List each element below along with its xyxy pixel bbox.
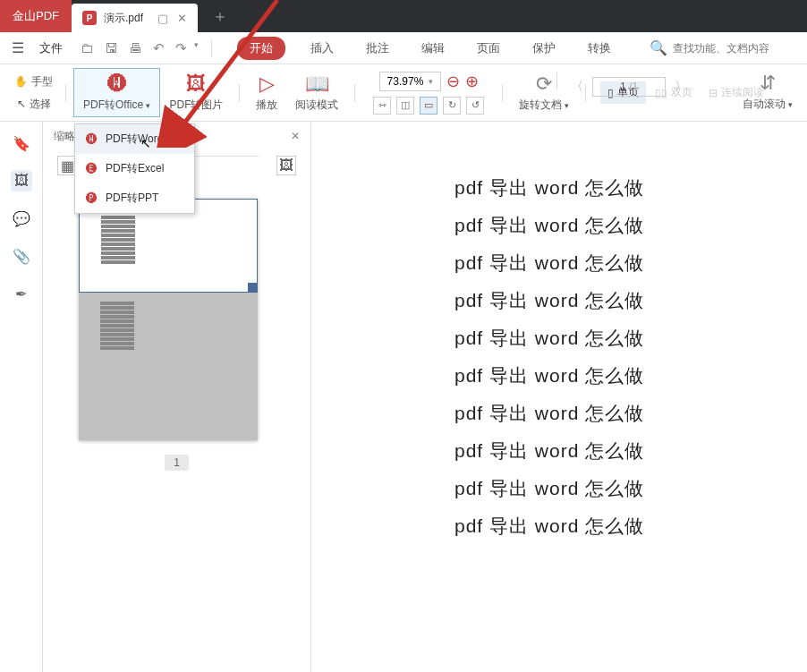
print-icon[interactable]: 🖶 <box>129 40 142 56</box>
chevron-down-icon: ▾ <box>786 100 793 109</box>
ppt-icon: 🅟 <box>84 191 98 206</box>
fit-width-icon[interactable]: ⇿ <box>373 97 391 115</box>
save-icon[interactable]: 🖫 <box>105 40 118 56</box>
qat-more-icon[interactable]: ▾ <box>194 40 199 56</box>
play-icon: ▷ <box>259 72 275 96</box>
play-button[interactable]: ▷ 播放 <box>247 69 286 116</box>
page-prev-icon[interactable]: 〈 <box>562 79 592 95</box>
document-text-line: pdf 导出 word 怎么做 <box>454 326 762 351</box>
rotate-cw-icon[interactable]: ↻ <box>443 97 461 115</box>
hand-icon: ✋ <box>14 75 28 88</box>
zoom-out-icon[interactable]: ⊖ <box>446 72 460 91</box>
signature-icon[interactable]: ✒ <box>11 283 32 304</box>
tab-restore-icon[interactable]: ▢ <box>157 12 168 25</box>
excel-icon: 🅔 <box>84 162 98 176</box>
tab-convert[interactable]: 转换 <box>581 37 618 60</box>
divider <box>239 84 240 102</box>
tab-page[interactable]: 页面 <box>470 37 507 60</box>
chevron-down-icon: ▾ <box>429 77 433 86</box>
panel-close-icon[interactable]: ✕ <box>291 130 300 142</box>
attachments-icon[interactable]: 📎 <box>11 245 32 267</box>
file-menu[interactable]: 文件 <box>32 37 70 60</box>
document-text-line: pdf 导出 word 怎么做 <box>454 476 762 501</box>
document-text-line: pdf 导出 word 怎么做 <box>454 251 762 276</box>
pdf-to-office-dropdown: 🅦 PDF转Word 🅔 PDF转Excel 🅟 PDF转PPT <box>74 123 195 214</box>
comments-icon[interactable]: 💬 <box>11 208 32 229</box>
tab-insert[interactable]: 插入 <box>303 37 341 60</box>
selection-handle <box>248 283 257 292</box>
new-tab-button[interactable]: ＋ <box>198 0 242 32</box>
search-icon: 🔍 <box>650 39 667 56</box>
document-viewport[interactable]: pdf 导出 word 怎么做pdf 导出 word 怎么做pdf 导出 wor… <box>311 122 807 672</box>
document-text-line: pdf 导出 word 怎么做 <box>454 401 762 426</box>
bookmark-icon[interactable]: 🔖 <box>11 132 32 154</box>
thumbnails-icon[interactable]: 🖼 <box>11 170 32 191</box>
book-icon: 📖 <box>305 72 329 96</box>
redo-icon[interactable]: ↷ <box>175 40 187 56</box>
thumbnail-page[interactable] <box>79 199 258 440</box>
marquee-icon[interactable]: ▭ <box>420 97 437 115</box>
menubar: ☰ 文件 🗀 🖫 🖶 ↶ ↷ ▾ 开始 插入 批注 编辑 页面 保护 转换 🔍 <box>0 32 807 64</box>
tab-title: 演示.pdf <box>104 11 143 26</box>
divider <box>354 84 355 102</box>
tab-protect[interactable]: 保护 <box>525 37 563 60</box>
auto-scroll-button[interactable]: ⇵ 自动滚动 ▾ <box>734 68 802 115</box>
cursor-icon: ↖ <box>17 98 26 110</box>
page-number-box[interactable]: 1 /1 <box>592 77 666 97</box>
document-text-line: pdf 导出 word 怎么做 <box>454 288 762 313</box>
dropdown-item-excel[interactable]: 🅔 PDF转Excel <box>75 154 194 183</box>
pdf-to-image-button[interactable]: 🖼 PDF转图片 <box>160 69 232 116</box>
document-text-line: pdf 导出 word 怎么做 <box>454 213 762 238</box>
document-text-line: pdf 导出 word 怎么做 <box>454 438 762 464</box>
auto-scroll-icon: ⇵ <box>760 72 776 95</box>
rotate-ccw-icon[interactable]: ↺ <box>466 97 484 115</box>
divider <box>211 39 212 57</box>
read-mode-button[interactable]: 📖 阅读模式 <box>286 69 347 116</box>
thumbnail-title: 缩略 <box>54 129 75 144</box>
zoom-value-box[interactable]: 73.97%▾ <box>379 72 442 91</box>
thumbnail-page-number: 1 <box>79 456 275 469</box>
tab-start[interactable]: 开始 <box>237 37 285 60</box>
search-box[interactable]: 🔍 <box>650 39 798 56</box>
word-icon: 🅦 <box>84 132 98 147</box>
chevron-down-icon: ▾ <box>562 101 569 110</box>
document-text-line: pdf 导出 word 怎么做 <box>454 514 762 539</box>
hand-tool-button[interactable]: ✋手型 <box>9 72 58 92</box>
document-text-line: pdf 导出 word 怎么做 <box>454 363 762 388</box>
titlebar: 金山PDF P 演示.pdf ▢ ✕ ＋ <box>0 0 807 32</box>
hamburger-icon[interactable]: ☰ <box>9 39 27 57</box>
document-tab[interactable]: P 演示.pdf ▢ ✕ <box>72 4 198 32</box>
undo-icon[interactable]: ↶ <box>153 40 165 56</box>
page-next-icon[interactable]: 〉 <box>666 79 696 95</box>
document-text-line: pdf 导出 word 怎么做 <box>454 175 762 200</box>
tab-close-icon[interactable]: ✕ <box>177 12 187 25</box>
word-convert-icon: 🅦 <box>107 72 127 96</box>
rotate-document-icon: ⟳ <box>536 72 552 96</box>
app-name: 金山PDF <box>0 0 72 32</box>
pdf-to-office-button[interactable]: 🅦 PDF转Office ▾ <box>73 68 160 117</box>
dropdown-item-word[interactable]: 🅦 PDF转Word <box>75 124 194 154</box>
zoom-in-icon[interactable]: ⊕ <box>465 72 479 91</box>
left-rail: 🔖 🖼 💬 📎 ✒ <box>0 122 43 672</box>
toolbar: ✋手型 ↖选择 🅦 PDF转Office ▾ 🖼 PDF转图片 ▷ 播放 📖 阅… <box>0 64 807 122</box>
crop-icon[interactable]: ◫ <box>396 97 414 115</box>
image-convert-icon: 🖼 <box>186 72 206 96</box>
tab-edit[interactable]: 编辑 <box>414 37 452 60</box>
ribbon-tabs: 开始 插入 批注 编辑 页面 保护 转换 <box>237 37 618 60</box>
divider <box>65 84 66 102</box>
pdf-file-icon: P <box>82 11 97 25</box>
select-tool-button[interactable]: ↖选择 <box>12 94 56 115</box>
divider <box>502 84 503 102</box>
divider <box>556 72 557 89</box>
tab-annotate[interactable]: 批注 <box>359 37 396 60</box>
dropdown-item-ppt[interactable]: 🅟 PDF转PPT <box>75 183 194 213</box>
continuous-icon: ⊟ <box>709 87 718 99</box>
chevron-down-icon: ▾ <box>146 101 150 110</box>
thumb-add-icon[interactable]: 🖼 <box>276 156 296 175</box>
open-folder-icon[interactable]: 🗀 <box>81 40 94 56</box>
search-input[interactable] <box>673 42 798 55</box>
